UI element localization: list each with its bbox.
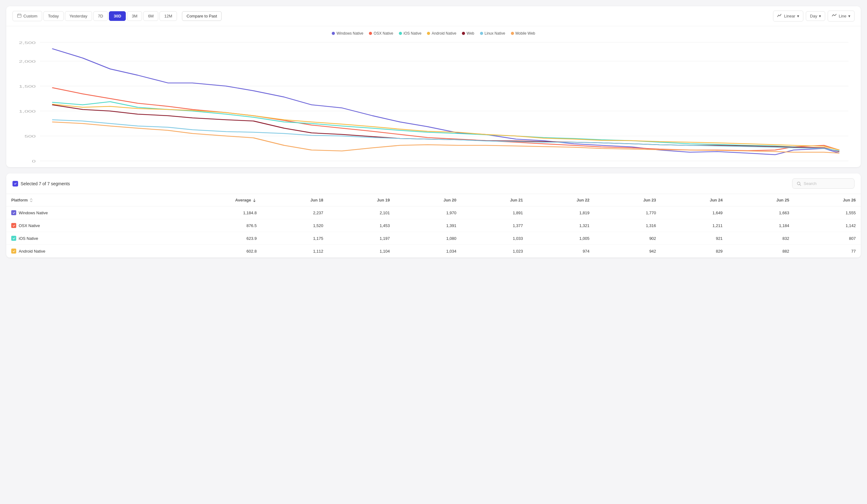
- value-cell: 77: [794, 245, 861, 258]
- linear-chevron: ▾: [797, 14, 799, 19]
- 12m-button[interactable]: 12M: [160, 11, 176, 21]
- average-header[interactable]: Average: [170, 194, 262, 207]
- jun24-header: Jun 24: [661, 194, 728, 207]
- value-cell: 1,649: [661, 207, 728, 219]
- value-cell: 2,237: [261, 207, 328, 219]
- svg-text:2,500: 2,500: [19, 41, 35, 45]
- value-cell: 1,316: [595, 219, 661, 232]
- platform-header-label: Platform: [11, 198, 28, 202]
- table-wrapper: Platform Average: [6, 194, 861, 258]
- value-cell: 2,101: [328, 207, 395, 219]
- yesterday-label: Yesterday: [69, 14, 87, 19]
- calendar-icon: [17, 13, 22, 19]
- table-card: Selected 7 of 7 segments Search Platform: [6, 173, 861, 258]
- toolbar-left: Custom Today Yesterday 7D 30D 3M 6M 12M: [12, 11, 771, 21]
- legend-dot: [332, 32, 335, 35]
- search-box[interactable]: Search: [792, 178, 855, 189]
- platform-cell: OSX Native: [6, 219, 170, 232]
- legend-label: Windows Native: [336, 31, 363, 35]
- svg-text:1,000: 1,000: [19, 109, 35, 113]
- chart-area: Windows NativeOSX NativeiOS NativeAndroi…: [6, 26, 861, 167]
- average-cell: 876.5: [170, 219, 262, 232]
- 6m-label: 6M: [148, 14, 153, 19]
- linear-dropdown[interactable]: Linear ▾: [773, 11, 803, 22]
- row-checkbox-1[interactable]: [11, 223, 16, 228]
- row-checkbox-2[interactable]: [11, 236, 16, 241]
- value-cell: 1,663: [728, 207, 794, 219]
- 7d-button[interactable]: 7D: [93, 11, 108, 21]
- 30d-button[interactable]: 30D: [109, 11, 126, 21]
- value-cell: 807: [794, 232, 861, 245]
- 3m-label: 3M: [132, 14, 137, 19]
- value-cell: 1,034: [395, 245, 461, 258]
- chart-legend: Windows NativeOSX NativeiOS NativeAndroi…: [12, 31, 855, 35]
- table-row: Android Native 602.81,1121,1041,0341,023…: [6, 245, 861, 258]
- legend-label: OSX Native: [374, 31, 393, 35]
- value-cell: 1,005: [528, 232, 595, 245]
- platform-cell: iOS Native: [6, 232, 170, 245]
- jun25-header: Jun 25: [728, 194, 794, 207]
- jun26-header: Jun 26: [794, 194, 861, 207]
- value-cell: 1,197: [328, 232, 395, 245]
- value-cell: 1,391: [395, 219, 461, 232]
- value-cell: 1,175: [261, 232, 328, 245]
- value-cell: 1,104: [328, 245, 395, 258]
- row-checkbox-0[interactable]: [11, 210, 16, 215]
- value-cell: 1,142: [794, 219, 861, 232]
- line-label: Line: [838, 14, 846, 19]
- selected-count-label: Selected 7 of 7 segments: [21, 181, 70, 186]
- toolbar: Custom Today Yesterday 7D 30D 3M 6M 12M: [6, 6, 861, 26]
- legend-dot: [427, 32, 430, 35]
- linear-icon: [777, 13, 782, 19]
- legend-label: Linux Native: [485, 31, 505, 35]
- value-cell: 1,520: [261, 219, 328, 232]
- yesterday-button[interactable]: Yesterday: [65, 11, 92, 21]
- average-sort-icon: [252, 198, 257, 202]
- svg-text:Jul 8: Jul 8: [625, 163, 639, 164]
- line-dropdown[interactable]: Line ▾: [828, 11, 855, 22]
- header-row: Platform Average: [6, 194, 861, 207]
- svg-text:Jun 30: Jun 30: [390, 163, 410, 164]
- platform-name-1: OSX Native: [19, 223, 40, 228]
- svg-text:Jul 14: Jul 14: [785, 163, 802, 164]
- svg-line-32: [800, 184, 801, 186]
- compare-button[interactable]: Compare to Past: [182, 11, 222, 21]
- legend-item-linux-native: Linux Native: [480, 31, 505, 35]
- svg-rect-0: [18, 14, 21, 18]
- data-table: Platform Average: [6, 194, 861, 258]
- value-cell: 1,112: [261, 245, 328, 258]
- svg-text:Jul 4: Jul 4: [509, 163, 523, 164]
- jun19-header: Jun 19: [328, 194, 395, 207]
- value-cell: 1,211: [661, 219, 728, 232]
- today-button[interactable]: Today: [43, 11, 64, 21]
- legend-label: Web: [467, 31, 474, 35]
- svg-text:Jun 24: Jun 24: [216, 163, 236, 164]
- platform-header[interactable]: Platform: [6, 194, 170, 207]
- value-cell: 1,891: [461, 207, 528, 219]
- row-checkbox-3[interactable]: [11, 249, 16, 254]
- custom-button[interactable]: Custom: [12, 11, 42, 21]
- 3m-button[interactable]: 3M: [127, 11, 142, 21]
- value-cell: 882: [728, 245, 794, 258]
- day-dropdown[interactable]: Day ▾: [806, 11, 825, 21]
- search-placeholder: Search: [804, 181, 816, 186]
- value-cell: 1,321: [528, 219, 595, 232]
- 7d-label: 7D: [98, 14, 103, 19]
- 6m-button[interactable]: 6M: [143, 11, 158, 21]
- average-cell: 602.8: [170, 245, 262, 258]
- value-cell: 942: [595, 245, 661, 258]
- jun20-header: Jun 20: [395, 194, 461, 207]
- 30d-label: 30D: [114, 14, 121, 19]
- value-cell: 832: [728, 232, 794, 245]
- platform-name-2: iOS Native: [19, 236, 38, 241]
- legend-label: Android Native: [432, 31, 456, 35]
- table-body: Windows Native 1,184.82,2372,1011,9701,8…: [6, 207, 861, 258]
- legend-dot: [462, 32, 465, 35]
- table-row: OSX Native 876.51,5201,4531,3911,3771,32…: [6, 219, 861, 232]
- 12m-label: 12M: [164, 14, 172, 19]
- legend-label: Mobile Web: [516, 31, 535, 35]
- svg-text:Jun 28: Jun 28: [332, 163, 352, 164]
- search-icon: [797, 182, 801, 186]
- select-all-checkbox[interactable]: [12, 181, 18, 186]
- svg-text:Jun 20: Jun 20: [100, 163, 120, 164]
